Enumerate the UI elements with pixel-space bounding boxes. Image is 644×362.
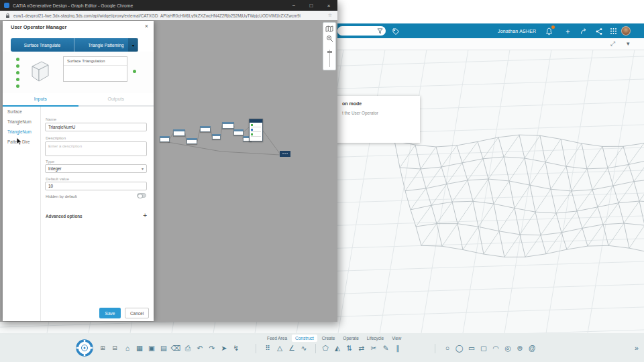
community-icon[interactable] xyxy=(594,27,603,36)
polyline-icon[interactable]: ∠ xyxy=(287,343,297,353)
input-port-dot xyxy=(16,64,19,68)
rounded-rect-icon[interactable]: ▢ xyxy=(479,343,488,353)
cancel-button[interactable]: Cancel xyxy=(125,308,149,318)
toolbar-create-group: ○◯▭▢◠◎⊚@ xyxy=(443,343,537,353)
more-tools-icon[interactable]: » xyxy=(632,343,641,353)
spiral-icon[interactable]: @ xyxy=(527,343,537,353)
mirror-icon[interactable]: ◭ xyxy=(333,343,342,353)
open-icon[interactable]: ▤ xyxy=(159,343,168,353)
graph-node[interactable] xyxy=(212,134,221,139)
content-icon[interactable]: ▦ xyxy=(135,343,144,353)
action-bar: Feed AreaConstructCreateOperateLifecycle… xyxy=(0,333,644,362)
expand-viewport-icon[interactable]: ⤢ xyxy=(610,40,615,48)
tag-icon[interactable] xyxy=(391,27,400,36)
user-name[interactable]: Jonathan ASHER xyxy=(498,23,536,38)
popup-body: t the User Operator xyxy=(342,111,413,115)
sketch-icon[interactable]: ✎ xyxy=(381,343,390,353)
hatch-icon[interactable]: ∥ xyxy=(393,343,402,353)
input-port-dot xyxy=(16,71,19,74)
graph-editor-canvas[interactable]: User Operator Manager × Surface Triangul… xyxy=(0,20,337,322)
bookmark-star-icon[interactable]: ☆ xyxy=(328,13,332,18)
search-bar[interactable] xyxy=(337,26,386,36)
share-icon[interactable] xyxy=(579,27,588,36)
advanced-options-add-icon[interactable]: + xyxy=(143,212,147,219)
trim-icon[interactable]: ✂ xyxy=(369,343,378,353)
toolbar-file-group: ⌂▦▣▤⌫⎙↶↷➤↯ xyxy=(123,343,241,353)
rectangle-icon[interactable]: ▭ xyxy=(467,343,476,353)
add-icon[interactable]: + xyxy=(564,27,572,36)
graph-node[interactable] xyxy=(233,129,244,135)
ellipse-icon[interactable]: ◯ xyxy=(455,343,464,353)
section-lifecycle[interactable]: Lifecycle xyxy=(364,335,387,342)
update-icon[interactable]: ↯ xyxy=(231,343,241,353)
close-button[interactable]: × xyxy=(325,3,332,9)
layers-toggle-icon[interactable]: ⊟ xyxy=(110,343,119,353)
graph-node-collapsed[interactable] xyxy=(280,151,290,157)
type-select[interactable]: Integer ▾ xyxy=(45,164,147,173)
minimize-button[interactable]: − xyxy=(290,3,297,9)
operator-dropdown-caret[interactable]: ▾ xyxy=(128,38,138,52)
triangle-icon[interactable]: △ xyxy=(275,343,284,353)
print-icon[interactable]: ⎙ xyxy=(183,343,193,353)
zoom-icon[interactable] xyxy=(323,35,335,42)
curve-icon[interactable]: ∿ xyxy=(299,343,309,353)
tab-inputs[interactable]: Inputs xyxy=(3,93,78,107)
graph-node[interactable] xyxy=(200,126,211,132)
pentagon-icon[interactable]: ⬠ xyxy=(321,343,330,353)
chrome-titlebar[interactable]: CATIA xGenerative Design - Graph Editor … xyxy=(0,0,337,11)
description-input[interactable] xyxy=(45,141,147,156)
filter-funnel-icon[interactable] xyxy=(377,28,383,34)
toolbar-construct-group: ⬠◭⇅⇄✂✎∥ xyxy=(321,343,402,353)
section-feed-area[interactable]: Feed Area xyxy=(264,335,290,342)
graph-node[interactable] xyxy=(186,138,197,144)
action-bar-sections: Feed AreaConstructCreateOperateLifecycle… xyxy=(264,335,405,342)
section-create[interactable]: Create xyxy=(319,335,339,342)
default-value-input[interactable] xyxy=(45,182,147,190)
graph-node[interactable] xyxy=(160,136,170,142)
panel-toggle-icon[interactable]: ⊞ xyxy=(98,343,107,353)
param-trianglenum-v[interactable]: TriangleNum xyxy=(3,117,40,127)
hidden-by-default-label: Hidden by default xyxy=(46,194,77,198)
apps-grid-icon[interactable] xyxy=(609,27,618,36)
maximize-button[interactable]: □ xyxy=(308,3,315,9)
select-icon[interactable]: ➤ xyxy=(219,343,229,353)
name-input[interactable] xyxy=(45,123,147,131)
collapse-bar-icon[interactable]: ▾ xyxy=(627,40,630,47)
graph-node[interactable] xyxy=(173,129,185,136)
user-operator-manager-dialog: User Operator Manager × Surface Triangul… xyxy=(3,21,154,321)
section-view[interactable]: View xyxy=(388,335,405,342)
arc-icon[interactable]: ◠ xyxy=(491,343,500,353)
param-surface[interactable]: Surface xyxy=(3,107,40,117)
param-trianglenum-u[interactable]: TriangleNum xyxy=(3,127,40,137)
hidden-by-default-toggle[interactable] xyxy=(137,193,146,198)
swap-icon[interactable]: ⇅ xyxy=(345,343,354,353)
graph-node-detailed[interactable] xyxy=(249,119,263,141)
map-overview-icon[interactable] xyxy=(323,25,335,32)
home-icon[interactable]: ⌂ xyxy=(123,343,132,353)
3dexperience-compass[interactable] xyxy=(75,339,94,357)
undo-icon[interactable]: ↶ xyxy=(195,343,205,353)
type-value: Integer xyxy=(48,166,62,171)
exchange-icon[interactable]: ⇄ xyxy=(357,343,366,353)
section-operate[interactable]: Operate xyxy=(339,335,362,342)
section-construct[interactable]: Construct xyxy=(292,335,317,342)
tab-outputs[interactable]: Outputs xyxy=(78,93,154,107)
grid-dots-icon[interactable]: ⠿ xyxy=(263,343,272,353)
notifications-bell-icon[interactable] xyxy=(545,27,553,36)
graph-node[interactable] xyxy=(222,122,234,129)
rings-icon[interactable]: ⊚ xyxy=(515,343,525,353)
save-icon[interactable]: ▣ xyxy=(147,343,156,353)
circle-icon[interactable]: ○ xyxy=(443,343,452,353)
user-avatar[interactable] xyxy=(621,26,631,36)
dialog-close-icon[interactable]: × xyxy=(145,23,148,29)
zoom-slider-handle[interactable] xyxy=(327,51,332,53)
target-icon[interactable]: ◎ xyxy=(503,343,513,353)
operator-tab-surface-triangulate[interactable]: Surface Triangulate xyxy=(11,38,74,52)
input-port-dot xyxy=(16,78,19,81)
save-button[interactable]: Save xyxy=(99,308,121,318)
redo-icon[interactable]: ↷ xyxy=(207,343,217,353)
chrome-addressbar[interactable]: euw1-devprol21-fwe.3dx-staging.3ds.com/a… xyxy=(0,11,337,21)
default-value-label: Default value xyxy=(46,177,69,181)
delete-icon[interactable]: ⌫ xyxy=(171,343,180,353)
lock-icon xyxy=(5,13,10,19)
